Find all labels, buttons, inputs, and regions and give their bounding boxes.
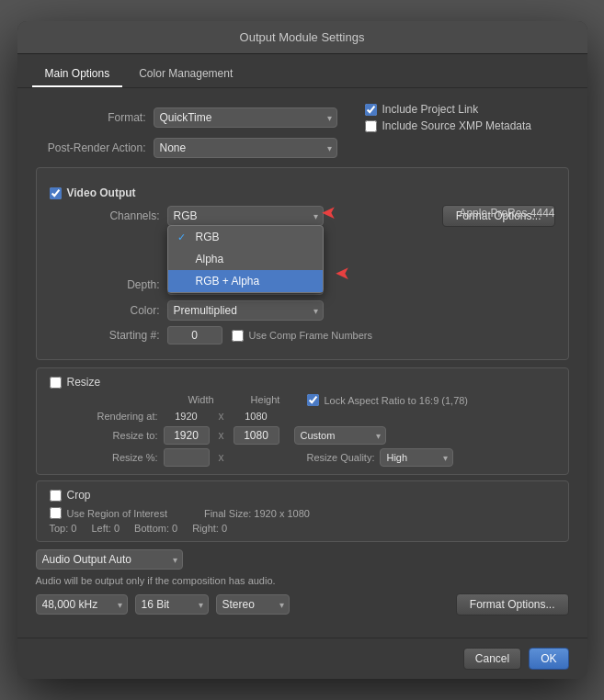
ok-button[interactable]: OK — [529, 648, 568, 670]
rendering-at-row: Rendering at: 1920 x 1080 — [50, 410, 555, 423]
audio-note: Audio will be output only if the composi… — [36, 575, 569, 586]
rendering-h: 1080 — [234, 411, 279, 422]
dropdown-item-rgb[interactable]: ✓ RGB — [168, 226, 323, 248]
bit-depth-select[interactable]: 16 Bit — [135, 594, 209, 615]
include-xmp-label[interactable]: Include Source XMP Metadata — [365, 119, 532, 132]
postrender-select[interactable]: None — [154, 138, 337, 158]
dialog-title: Output Module Settings — [240, 30, 365, 44]
resize-label: Resize — [67, 376, 101, 389]
resize-checkbox[interactable] — [50, 377, 62, 389]
crop-header: Crop — [50, 489, 555, 502]
quality-select[interactable]: High — [380, 448, 453, 467]
use-comp-frame-label[interactable]: Use Comp Frame Numbers — [232, 330, 372, 342]
right-val: 0 — [222, 523, 227, 534]
format-row: Format: QuickTime Include Project Link I… — [36, 103, 569, 132]
channels-select-wrapper[interactable]: RGB — [167, 206, 324, 226]
main-content: Format: QuickTime Include Project Link I… — [17, 88, 587, 638]
video-output-section: Video Output Channels: RGB ➤ Format Op — [36, 167, 569, 360]
use-comp-frame-checkbox[interactable] — [232, 330, 244, 342]
use-roi-checkbox[interactable] — [50, 507, 62, 519]
sample-rate-select[interactable]: 48,000 kHz — [36, 594, 128, 615]
starting-num-row: Starting #: Use Comp Frame Numbers — [50, 326, 555, 344]
format-label: Format: — [36, 111, 146, 124]
width-header: Width — [178, 394, 224, 406]
resize-pct-row: Resize %: x Resize Quality: High — [50, 448, 555, 467]
bottom-label: Bottom: — [134, 523, 169, 534]
left-label: Left: — [91, 523, 110, 534]
final-size: Final Size: 1920 x 1080 — [204, 508, 310, 519]
starting-num-input[interactable] — [167, 326, 222, 344]
audio-section: Audio Output Auto Audio will be output o… — [36, 549, 569, 615]
arrow-1: ➤ — [321, 201, 336, 223]
top-val: 0 — [71, 523, 76, 534]
height-header: Height — [243, 394, 289, 406]
channels-label: Channels: — [50, 209, 160, 222]
starting-num-label: Starting #: — [50, 329, 160, 342]
audio-channels-select[interactable]: Stereo — [216, 594, 290, 615]
resize-section: Resize Width Height Lock Aspect Ratio to… — [36, 367, 569, 475]
video-output-checkbox[interactable] — [50, 187, 62, 199]
audio-auto-select[interactable]: Audio Output Auto — [36, 549, 183, 570]
left-val: 0 — [114, 523, 120, 534]
format-select[interactable]: QuickTime — [154, 107, 337, 128]
right-checkboxes: Include Project Link Include Source XMP … — [365, 103, 532, 132]
color-row: Color: Premultiplied — [50, 300, 555, 321]
channels-dropdown[interactable]: ✓ RGB Alpha RGB + Alpha — [167, 225, 324, 293]
format-options-button-audio[interactable]: Format Options... — [456, 593, 569, 615]
resize-to-w-input[interactable] — [164, 426, 210, 445]
channels-area: Channels: RGB ➤ Format Options... — [50, 205, 555, 227]
cancel-button[interactable]: Cancel — [463, 648, 521, 670]
bit-depth-wrapper[interactable]: 16 Bit — [135, 594, 209, 615]
crop-checkbox[interactable] — [50, 490, 62, 502]
tab-main-options[interactable]: Main Options — [32, 62, 123, 87]
resize-header: Resize — [50, 376, 555, 389]
include-project-link-label[interactable]: Include Project Link — [365, 103, 532, 116]
postrender-label: Post-Render Action: — [36, 141, 146, 154]
tabs-bar: Main Options Color Management — [17, 54, 587, 88]
postrender-row: Post-Render Action: None — [36, 138, 569, 158]
quality-select-wrapper[interactable]: High — [380, 448, 453, 467]
dropdown-item-alpha[interactable]: Alpha — [168, 248, 323, 270]
dropdown-item-rgb-alpha[interactable]: RGB + Alpha — [168, 270, 323, 292]
resize-to-h-input[interactable] — [234, 426, 279, 445]
apple-prores-label: Apple ProRes 4444 — [459, 207, 554, 220]
crop-values-row: Top: 0 Left: 0 Bottom: 0 Right: 0 — [50, 523, 555, 534]
arrow-2: ➤ — [335, 262, 350, 284]
audio-controls-row: 48,000 kHz 16 Bit Stereo Format Options.… — [36, 593, 569, 615]
postrender-select-wrapper[interactable]: None — [154, 138, 337, 158]
use-roi-label[interactable]: Use Region of Interest — [50, 507, 167, 519]
crop-label: Crop — [67, 489, 91, 502]
resize-to-row: Resize to: x Custom — [50, 426, 555, 445]
crop-section: Crop Use Region of Interest Final Size: … — [36, 480, 569, 542]
tab-color-management[interactable]: Color Management — [126, 62, 245, 87]
audio-auto-row: Audio Output Auto — [36, 549, 569, 570]
sample-rate-wrapper[interactable]: 48,000 kHz — [36, 594, 128, 615]
format-select-wrapper[interactable]: QuickTime — [154, 107, 337, 128]
resize-to-label: Resize to: — [50, 430, 158, 441]
top-label: Top: — [50, 523, 69, 534]
custom-select[interactable]: Custom — [294, 426, 386, 445]
depth-label: Depth: — [50, 278, 160, 291]
rendering-w: 1920 — [164, 411, 210, 422]
color-select[interactable]: Premultiplied — [167, 300, 324, 321]
color-label: Color: — [50, 304, 160, 317]
include-xmp-checkbox[interactable] — [365, 120, 377, 132]
lock-aspect-checkbox[interactable] — [307, 394, 319, 406]
resize-col-headers: Width Height Lock Aspect Ratio to 16:9 (… — [50, 394, 555, 406]
include-project-link-checkbox[interactable] — [365, 104, 377, 116]
right-label: Right: — [192, 523, 219, 534]
quality-label: Resize Quality: — [307, 452, 375, 463]
resize-pct-input[interactable] — [164, 448, 210, 467]
color-select-wrapper[interactable]: Premultiplied — [167, 300, 324, 321]
lock-aspect-label[interactable]: Lock Aspect Ratio to 16:9 (1,78) — [307, 394, 469, 406]
channels-select[interactable]: RGB — [167, 206, 324, 226]
check-rgb: ✓ — [177, 231, 190, 243]
title-bar: Output Module Settings — [17, 21, 587, 54]
rendering-label: Rendering at: — [50, 411, 158, 422]
audio-channels-wrapper[interactable]: Stereo — [216, 594, 290, 615]
audio-auto-select-wrapper[interactable]: Audio Output Auto — [36, 549, 183, 570]
resize-pct-label: Resize %: — [50, 452, 158, 463]
bottom-val: 0 — [172, 523, 177, 534]
custom-select-wrapper[interactable]: Custom — [294, 426, 386, 445]
footer: Cancel OK — [17, 638, 587, 679]
